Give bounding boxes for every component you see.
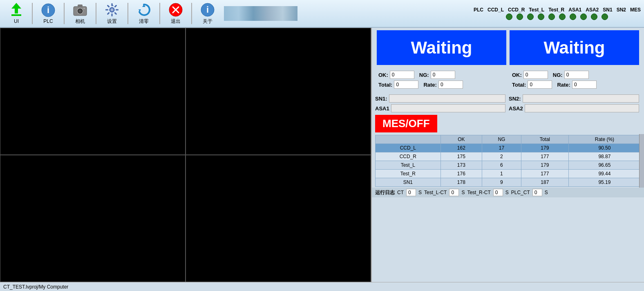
asa2-input[interactable]: [525, 104, 639, 112]
toolbar: UI i PLC 相机: [0, 0, 644, 28]
toolbar-label-clear: 清零: [139, 18, 149, 25]
sn2-input[interactable]: [523, 94, 639, 103]
left-ng-label: NG:: [419, 72, 429, 78]
svg-rect-1: [11, 14, 21, 16]
status-label-asa2: ASA2: [586, 7, 599, 13]
toolbar-item-camera[interactable]: 相机: [70, 2, 90, 25]
status-label-plc: PLC: [474, 7, 483, 13]
col-total: Total: [521, 135, 568, 144]
sn2-label: SN2:: [509, 96, 521, 102]
svg-rect-16: [105, 9, 108, 10]
status-label-mes: MES: [630, 7, 641, 13]
cell-ng: 2: [482, 152, 521, 161]
scroll-indicator[interactable]: [639, 134, 644, 188]
left-ok-line: OK: NG:: [378, 71, 504, 79]
download-icon: [9, 3, 24, 18]
cell-rate: 96.65: [568, 161, 640, 170]
toolbar-item-exit[interactable]: 退出: [166, 2, 186, 25]
right-ok-label: OK:: [512, 72, 522, 78]
ct-value: 0: [406, 189, 416, 196]
status-dot-sn1: [580, 13, 587, 20]
left-ng-input[interactable]: [431, 71, 455, 79]
left-ok-input[interactable]: [390, 71, 414, 79]
left-rate-input[interactable]: [438, 81, 463, 89]
ct-label: CT: [397, 190, 404, 195]
status-label-sn2: SN2: [617, 7, 626, 13]
plc-ct-label: PLC_CT: [511, 190, 530, 195]
s1: S: [418, 190, 422, 195]
bottom-bar: CT_TEST.lvproj/My Computer: [0, 282, 644, 291]
sn2-field: SN2:: [509, 94, 639, 103]
status-label-test-l: Test_L: [529, 7, 544, 13]
log-bar: 运行日志 CT 0 S Test_L-CT 0 S Test_R-CT 0 S …: [372, 188, 644, 197]
info-icon: i: [41, 3, 56, 18]
cell-ng: 6: [482, 161, 521, 170]
waiting-box-right: Waiting: [510, 30, 639, 65]
test-l-ct-value: 0: [449, 189, 459, 196]
toolbar-item-plc[interactable]: i PLC: [38, 3, 58, 24]
cell-total: 187: [521, 178, 568, 187]
toolbar-label-about: 关于: [203, 18, 212, 25]
toolbar-label-settings: 设置: [107, 18, 117, 25]
asa1-input[interactable]: [391, 104, 505, 112]
svg-text:i: i: [47, 5, 49, 15]
right-ok-input[interactable]: [523, 71, 548, 79]
asa2-field: ASA2: [509, 104, 639, 112]
asa2-label: ASA2: [509, 105, 523, 112]
status-dot-ccd-r: [527, 13, 534, 20]
svg-rect-10: [112, 3, 113, 6]
status-dot-test-l: [538, 13, 544, 20]
status-label-ccd-r: CCD_R: [508, 7, 525, 13]
refresh-icon: [136, 2, 151, 17]
toolbar-item-about[interactable]: i 关于: [198, 2, 217, 25]
left-total-input[interactable]: [394, 81, 418, 89]
cell-total: 179: [521, 144, 568, 152]
asa1-field: ASA1: [375, 104, 505, 112]
table-row: CCD_R 175 2 177 98.87: [376, 152, 641, 161]
sn1-input[interactable]: [389, 94, 505, 103]
cell-ok: 173: [441, 161, 482, 170]
left-total-label: Total:: [378, 82, 392, 88]
left-stats-panel: OK: NG: Total: Rate:: [375, 69, 507, 92]
about-icon: i: [200, 2, 215, 17]
right-rate-input[interactable]: [572, 81, 597, 89]
toolbar-item-settings[interactable]: 设置: [102, 2, 122, 25]
status-dot-test-r: [548, 13, 555, 20]
mes-button[interactable]: MES/OFF: [375, 115, 437, 132]
col-name: [376, 135, 441, 144]
right-ng-input[interactable]: [564, 71, 589, 79]
status-labels: PLC CCD_L CCD_R Test_L Test_R ASA1 ASA2 …: [474, 7, 641, 13]
cell-ng: 17: [482, 144, 521, 152]
camera-cell-top-left: [0, 28, 186, 155]
svg-rect-14: [112, 13, 113, 16]
svg-point-7: [78, 9, 82, 13]
asa1-label: ASA1: [375, 105, 389, 112]
cell-ng: 9: [482, 178, 521, 187]
col-ok: OK: [441, 135, 482, 144]
svg-rect-5: [78, 4, 83, 7]
sn1-field: SN1:: [375, 94, 505, 103]
table-row: Test_R 176 1 177 99.44: [376, 170, 641, 178]
cell-name: CCD_L: [376, 144, 441, 152]
camera-cell-top-right: [186, 28, 371, 155]
toolbar-item-clear[interactable]: 清零: [134, 2, 154, 25]
camera-grid: [0, 28, 372, 282]
cell-name: Test_R: [376, 170, 441, 178]
toolbar-item-ui[interactable]: UI: [7, 3, 26, 24]
toolbar-label-ui: UI: [14, 18, 19, 24]
status-dot-asa1: [559, 13, 566, 20]
svg-rect-8: [83, 8, 85, 9]
table-row: SN1 178 9 187 95.19: [376, 178, 641, 187]
right-total-input[interactable]: [528, 81, 552, 89]
right-ok-line: OK: NG:: [512, 71, 637, 79]
stats-row: OK: NG: Total: Rate: OK:: [372, 67, 644, 94]
svg-marker-0: [11, 3, 21, 13]
test-r-ct-label: Test_R-CT: [467, 190, 490, 195]
table-row: CCD_L 162 17 179 90.50: [376, 144, 641, 152]
cell-rate: 95.19: [568, 178, 640, 187]
status-label-sn1: SN1: [603, 7, 612, 13]
status-dot-sn2: [591, 13, 597, 20]
toolbar-blurry-image: [224, 6, 297, 21]
toolbar-separator-6: [191, 3, 192, 24]
toolbar-separator-5: [159, 3, 160, 24]
